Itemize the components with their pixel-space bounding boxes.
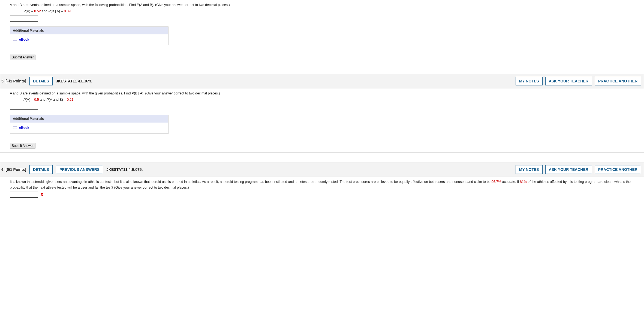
q4-equation: P(A) = 0.52 and P(B | A) = 0.39	[10, 8, 644, 15]
q5-answer-row	[10, 103, 644, 110]
q5-header-right: MY NOTES ASK YOUR TEACHER PRACTICE ANOTH…	[516, 77, 641, 85]
q5-ref: JKESTAT11 4.E.073.	[56, 79, 92, 83]
q4-eq-v1: 0.52	[34, 9, 41, 13]
question-5-body: A and B are events defined on a sample s…	[0, 88, 644, 153]
q5-prompt-rest: (B | A). (Give your answer correct to tw…	[134, 91, 220, 95]
q6-p2: accurate. If	[501, 180, 520, 184]
q5-ebook-link[interactable]: eBook	[13, 126, 29, 130]
q4-prompt-text: A and B are events defined on a sample s…	[10, 3, 137, 7]
q5-submit-row: Submit Answer	[10, 143, 644, 148]
q5-materials-header: Additional Materials	[10, 115, 168, 123]
q5-number-points: 5. [–/1 Points]	[1, 79, 26, 83]
q5-submit-button[interactable]: Submit Answer	[10, 143, 35, 148]
q5-eq-p3: P	[46, 98, 49, 102]
q5-prompt: A and B are events defined on a sample s…	[10, 91, 644, 97]
book-icon	[13, 38, 17, 42]
q5-eq-v2: 0.21	[67, 98, 73, 102]
q4-eq-p3: P	[48, 9, 50, 13]
q4-eq-mid: and	[41, 9, 49, 13]
q4-ebook-label: eBook	[19, 38, 29, 41]
question-6-body: It is known that steroids give users an …	[0, 177, 644, 199]
q5-answer-input[interactable]	[10, 104, 38, 110]
q4-eq-p2: (A) =	[26, 9, 34, 13]
q6-ref: JKESTAT11 4.E.075.	[106, 167, 143, 172]
q4-ebook-link[interactable]: eBook	[13, 38, 29, 41]
q4-materials-header: Additional Materials	[10, 27, 168, 34]
q6-previous-answers-button[interactable]: PREVIOUS ANSWERS	[56, 165, 103, 174]
q5-eq-v1: 0.5	[34, 98, 39, 102]
q4-answer-input[interactable]	[10, 16, 38, 22]
incorrect-icon: ✗	[40, 192, 44, 197]
q4-prompt-rest: (A and B). (Give your answer correct to …	[139, 3, 230, 7]
question-6-header: 6. [0/1 Points] DETAILS PREVIOUS ANSWERS…	[0, 162, 644, 177]
q5-eq-p4: (A and B) =	[49, 98, 67, 102]
q6-v2: 81%	[520, 180, 527, 184]
q6-header-right: MY NOTES ASK YOUR TEACHER PRACTICE ANOTH…	[516, 165, 641, 174]
q4-prompt-p: P	[137, 3, 139, 7]
book-icon	[13, 126, 17, 130]
q5-materials-body: eBook	[10, 123, 168, 133]
q4-submit-row: Submit Answer	[10, 55, 644, 60]
q5-ebook-label: eBook	[19, 126, 29, 130]
q5-practice-another-button[interactable]: PRACTICE ANOTHER	[595, 77, 641, 85]
q5-prompt-text: A and B are events defined on a sample s…	[10, 91, 132, 95]
q4-prompt: A and B are events defined on a sample s…	[10, 2, 644, 8]
q6-prompt: It is known that steroids give users an …	[10, 179, 644, 191]
q5-details-button[interactable]: DETAILS	[29, 77, 53, 85]
q5-equation: P(A) = 0.5 and P(A and B) = 0.21	[10, 97, 644, 103]
q5-eq-mid: and	[39, 98, 47, 102]
q5-eq-p2: (A) =	[26, 98, 34, 102]
q4-materials-body: eBook	[10, 34, 168, 45]
q4-answer-row	[10, 15, 644, 22]
q4-additional-materials: Additional Materials eBook	[10, 26, 168, 45]
q5-ask-teacher-button[interactable]: ASK YOUR TEACHER	[545, 77, 592, 85]
question-5-header: 5. [–/1 Points] DETAILS JKESTAT11 4.E.07…	[0, 74, 644, 88]
q4-eq-p4: (B | A) =	[51, 9, 64, 13]
q6-header-left: 6. [0/1 Points] DETAILS PREVIOUS ANSWERS…	[1, 165, 143, 174]
q6-number-points: 6. [0/1 Points]	[1, 167, 26, 172]
q4-submit-button[interactable]: Submit Answer	[10, 55, 35, 60]
q6-p1: It is known that steroids give users an …	[10, 180, 492, 184]
q4-eq-v2: 0.39	[64, 9, 71, 13]
q6-answer-input[interactable]	[10, 192, 38, 198]
q6-details-button[interactable]: DETAILS	[29, 165, 53, 174]
q6-mynotes-button[interactable]: MY NOTES	[516, 165, 543, 174]
question-4-body: A and B are events defined on a sample s…	[0, 0, 644, 64]
q5-prompt-p: P	[132, 91, 134, 95]
q6-ask-teacher-button[interactable]: ASK YOUR TEACHER	[545, 165, 592, 174]
q5-mynotes-button[interactable]: MY NOTES	[516, 77, 543, 85]
q6-answer-row: ✗	[10, 191, 644, 198]
q5-additional-materials: Additional Materials eBook	[10, 115, 168, 133]
q6-practice-another-button[interactable]: PRACTICE ANOTHER	[595, 165, 641, 174]
q5-header-left: 5. [–/1 Points] DETAILS JKESTAT11 4.E.07…	[1, 77, 92, 85]
q6-v1: 96.7%	[492, 180, 501, 184]
